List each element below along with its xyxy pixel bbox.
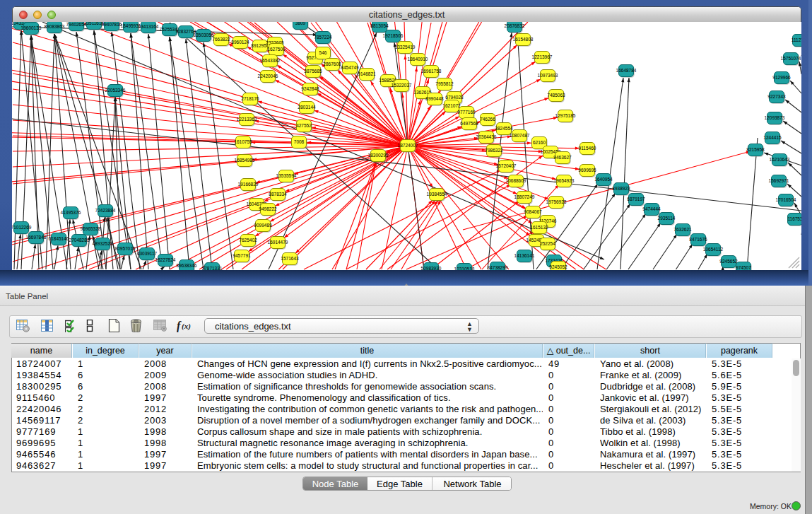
svg-text:16648784: 16648784 bbox=[616, 68, 637, 73]
svg-text:17016504: 17016504 bbox=[776, 197, 796, 202]
svg-text:9084067: 9084067 bbox=[524, 209, 542, 214]
svg-text:546: 546 bbox=[319, 50, 327, 55]
svg-text:18640910: 18640910 bbox=[408, 57, 428, 62]
svg-text:20876832: 20876832 bbox=[505, 23, 525, 28]
svg-text:9245652: 9245652 bbox=[719, 259, 738, 264]
svg-text:1615132: 1615132 bbox=[530, 225, 548, 230]
svg-text:80957015: 80957015 bbox=[115, 246, 136, 251]
svg-text:8813054: 8813054 bbox=[370, 23, 389, 28]
svg-text:43039117: 43039117 bbox=[137, 251, 158, 256]
svg-text:7857224: 7857224 bbox=[314, 35, 332, 40]
svg-text:9242848: 9242848 bbox=[301, 86, 319, 91]
svg-text:9129966: 9129966 bbox=[772, 75, 791, 80]
svg-text:19756928: 19756928 bbox=[546, 199, 567, 204]
svg-text:19654923: 19654923 bbox=[554, 178, 575, 183]
svg-text:6497568: 6497568 bbox=[460, 121, 478, 126]
svg-text:8878334: 8878334 bbox=[269, 192, 287, 197]
svg-text:10807487: 10807487 bbox=[510, 133, 530, 138]
svg-text:22420046: 22420046 bbox=[258, 74, 278, 78]
svg-text:3875685: 3875685 bbox=[304, 69, 322, 74]
svg-text:9115460: 9115460 bbox=[579, 146, 596, 151]
svg-text:7986322: 7986322 bbox=[485, 148, 503, 153]
svg-text:18227824: 18227824 bbox=[155, 257, 176, 262]
svg-text:10688609: 10688609 bbox=[506, 178, 526, 183]
svg-text:1621072: 1621072 bbox=[442, 103, 461, 108]
svg-text:9474444: 9474444 bbox=[642, 206, 661, 211]
svg-text:16154808: 16154808 bbox=[513, 37, 534, 42]
svg-text:9457791: 9457791 bbox=[233, 253, 251, 258]
svg-text:19218506: 19218506 bbox=[383, 33, 404, 38]
svg-text:83503056: 83503056 bbox=[194, 33, 214, 37]
svg-text:7663822: 7663822 bbox=[212, 37, 230, 42]
svg-text:1610755: 1610755 bbox=[234, 139, 252, 144]
svg-text:15720407: 15720407 bbox=[496, 163, 517, 168]
svg-text:10973493: 10973493 bbox=[538, 73, 558, 78]
svg-text:8938923: 8938923 bbox=[612, 186, 630, 191]
svg-text:7955812: 7955812 bbox=[435, 81, 454, 86]
svg-text:01845146: 01845146 bbox=[49, 236, 69, 241]
svg-text:62160: 62160 bbox=[533, 140, 546, 145]
svg-text:16210643: 16210643 bbox=[770, 157, 790, 162]
svg-text:12213363: 12213363 bbox=[237, 117, 257, 122]
svg-text:34738299: 34738299 bbox=[488, 265, 508, 270]
svg-text:974507: 974507 bbox=[736, 265, 751, 270]
svg-text:746266: 746266 bbox=[480, 117, 495, 122]
svg-text:41395376: 41395376 bbox=[61, 210, 81, 215]
svg-text:3809: 3809 bbox=[295, 22, 306, 25]
svg-text:12093873: 12093873 bbox=[765, 115, 785, 120]
svg-text:22053346: 22053346 bbox=[105, 88, 126, 93]
svg-text:8454749: 8454749 bbox=[341, 65, 359, 70]
svg-text:8215958: 8215958 bbox=[746, 147, 765, 152]
svg-text:9777169: 9777169 bbox=[457, 110, 476, 115]
svg-text:71012269: 71012269 bbox=[12, 225, 32, 230]
svg-text:27048281: 27048281 bbox=[69, 238, 90, 243]
svg-text:2718176: 2718176 bbox=[241, 96, 259, 101]
svg-text:9227343: 9227343 bbox=[767, 94, 786, 99]
svg-text:03413164: 03413164 bbox=[139, 24, 159, 29]
svg-text:72423884: 72423884 bbox=[95, 208, 116, 213]
svg-text:15322037: 15322037 bbox=[392, 83, 412, 88]
svg-text:19600133: 19600133 bbox=[21, 25, 42, 30]
svg-text:18724007: 18724007 bbox=[398, 143, 418, 148]
svg-text:8960124: 8960124 bbox=[231, 40, 249, 45]
svg-text:89083863: 89083863 bbox=[45, 24, 65, 29]
svg-text:252254: 252254 bbox=[540, 241, 555, 246]
svg-text:16961758: 16961758 bbox=[421, 69, 442, 74]
svg-text:48932528: 48932528 bbox=[93, 241, 113, 246]
svg-text:16697848: 16697848 bbox=[26, 235, 47, 240]
svg-text:59407816: 59407816 bbox=[102, 22, 122, 27]
svg-text:1112784: 1112784 bbox=[792, 37, 801, 42]
svg-text:6794028: 6794028 bbox=[445, 95, 464, 100]
svg-text:16914479: 16914479 bbox=[268, 240, 288, 245]
svg-text:89638346: 89638346 bbox=[177, 263, 197, 268]
svg-text:20364436: 20364436 bbox=[476, 134, 497, 139]
svg-text:2867608: 2867608 bbox=[323, 62, 341, 66]
svg-text:7485063: 7485063 bbox=[547, 93, 565, 98]
svg-text:116753: 116753 bbox=[787, 216, 801, 221]
svg-text:16543382: 16543382 bbox=[260, 58, 281, 63]
svg-text:(x): (x) bbox=[182, 322, 191, 331]
svg-text:427552: 427552 bbox=[296, 123, 312, 128]
svg-text:2803144: 2803144 bbox=[298, 105, 316, 110]
svg-text:18807249: 18807249 bbox=[514, 194, 535, 199]
svg-text:19384554: 19384554 bbox=[427, 192, 447, 197]
svg-text:13325419: 13325419 bbox=[395, 45, 416, 49]
svg-text:9463627: 9463627 bbox=[553, 155, 572, 160]
svg-text:57871331: 57871331 bbox=[202, 266, 223, 270]
svg-text:1640954: 1640954 bbox=[594, 177, 613, 182]
svg-text:3824554: 3824554 bbox=[495, 126, 513, 131]
svg-text:50983930: 50983930 bbox=[421, 266, 442, 270]
svg-text:10654112: 10654112 bbox=[703, 247, 724, 252]
svg-text:15692971: 15692971 bbox=[769, 178, 789, 183]
svg-text:15751074: 15751074 bbox=[781, 56, 801, 61]
svg-text:7632621: 7632621 bbox=[673, 227, 692, 232]
svg-text:1244415: 1244415 bbox=[763, 135, 782, 140]
svg-text:9498222: 9498222 bbox=[259, 206, 277, 211]
svg-text:9699695: 9699695 bbox=[578, 168, 596, 173]
svg-text:16854985: 16854985 bbox=[235, 158, 255, 163]
svg-text:96965328: 96965328 bbox=[81, 226, 101, 231]
svg-text:8471676: 8471676 bbox=[689, 237, 707, 242]
svg-text:8990448: 8990448 bbox=[425, 96, 444, 101]
svg-text:18300295: 18300295 bbox=[368, 153, 389, 158]
svg-text:13535594: 13535594 bbox=[276, 173, 297, 178]
